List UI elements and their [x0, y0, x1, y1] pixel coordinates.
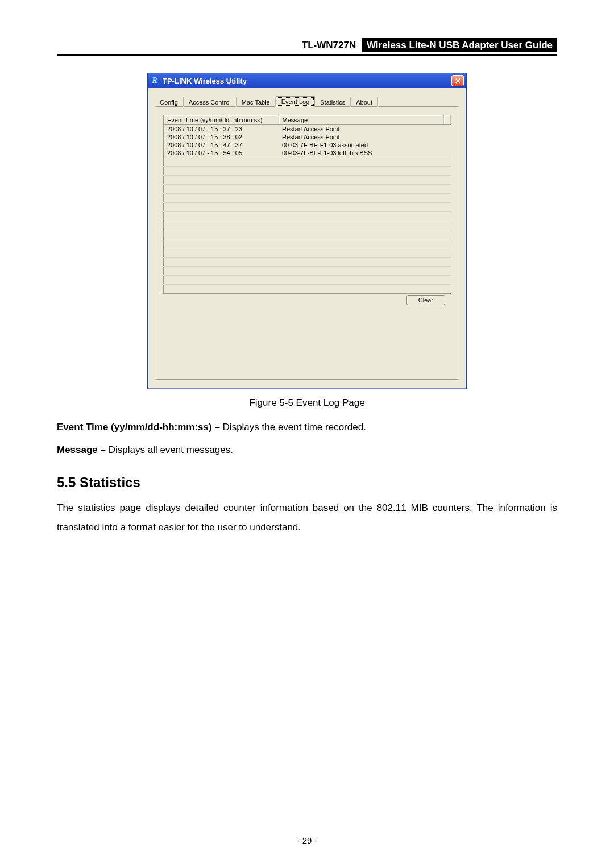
table-row	[164, 167, 451, 176]
para-message-label: Message –	[57, 445, 106, 455]
section-heading: 5.5 Statistics	[57, 475, 557, 491]
cell-time: 2008 / 10 / 07 - 15 : 27 : 23	[164, 125, 279, 134]
table-row	[164, 221, 451, 230]
cell-message: Restart Access Point	[279, 133, 444, 141]
col-header-time[interactable]: Event Time (yy/mm/dd- hh:mm:ss)	[164, 115, 279, 125]
para-message: Message – Displays all event messages.	[57, 441, 557, 460]
table-row	[164, 285, 451, 294]
table-row[interactable]: 2008 / 10 / 07 - 15 : 38 : 02Restart Acc…	[164, 133, 451, 141]
table-row	[164, 194, 451, 203]
window-title: TP-LINK Wireless Utility	[163, 77, 247, 85]
model-number: TL-WN727N	[298, 38, 359, 52]
table-row	[164, 203, 451, 212]
table-row	[164, 258, 451, 267]
tab-mac-table[interactable]: Mac Table	[237, 97, 276, 107]
table-row	[164, 185, 451, 194]
event-log-table: Event Time (yy/mm/dd- hh:mm:ss) Message …	[163, 115, 451, 294]
titlebar: R TP-LINK Wireless Utility ✕	[148, 73, 466, 88]
table-row	[164, 239, 451, 248]
table-row	[164, 176, 451, 185]
col-header-message[interactable]: Message	[279, 115, 444, 125]
app-icon: R	[150, 76, 159, 85]
tab-panel-event-log: Event Time (yy/mm/dd- hh:mm:ss) Message …	[155, 107, 459, 380]
section-body: The statistics page displays detailed co…	[57, 499, 557, 537]
cell-message: 00-03-7F-BE-F1-03 left this BSS	[279, 149, 444, 157]
cell-time: 2008 / 10 / 07 - 15 : 47 : 37	[164, 141, 279, 149]
tab-about[interactable]: About	[351, 97, 378, 107]
cell-time: 2008 / 10 / 07 - 15 : 54 : 05	[164, 149, 279, 157]
tab-access-control[interactable]: Access Control	[184, 97, 237, 107]
close-icon[interactable]: ✕	[451, 75, 464, 86]
tab-config[interactable]: Config	[155, 97, 184, 107]
table-row	[164, 157, 451, 167]
table-row[interactable]: 2008 / 10 / 07 - 15 : 27 : 23Restart Acc…	[164, 125, 451, 134]
figure-wrap: R TP-LINK Wireless Utility ✕ Config Acce…	[57, 73, 557, 409]
tabstrip: Config Access Control Mac Table Event Lo…	[155, 94, 459, 107]
tab-statistics[interactable]: Statistics	[315, 97, 351, 107]
figure-caption: Figure 5-5 Event Log Page	[57, 397, 557, 409]
window-body: Config Access Control Mac Table Event Lo…	[148, 88, 466, 389]
table-row	[164, 267, 451, 276]
table-row	[164, 276, 451, 285]
clear-button[interactable]: Clear	[406, 295, 445, 305]
table-row	[164, 230, 451, 239]
window: R TP-LINK Wireless Utility ✕ Config Acce…	[147, 73, 467, 389]
page-number: - 29 -	[0, 836, 614, 845]
cell-message: Restart Access Point	[279, 125, 444, 134]
table-row	[164, 248, 451, 258]
table-row	[164, 212, 451, 221]
cell-time: 2008 / 10 / 07 - 15 : 38 : 02	[164, 133, 279, 141]
table-row[interactable]: 2008 / 10 / 07 - 15 : 47 : 3700-03-7F-BE…	[164, 141, 451, 149]
table-row[interactable]: 2008 / 10 / 07 - 15 : 54 : 0500-03-7F-BE…	[164, 149, 451, 157]
tab-event-log[interactable]: Event Log	[276, 96, 316, 107]
doc-header: TL-WN727N Wireless Lite-N USB Adapter Us…	[57, 40, 557, 56]
col-header-spacer	[444, 115, 451, 125]
cell-message: 00-03-7F-BE-F1-03 associated	[279, 141, 444, 149]
para-event-time-label: Event Time (yy/mm/dd-hh:mm:ss) –	[57, 422, 220, 433]
doc-title: Wireless Lite-N USB Adapter User Guide	[362, 38, 557, 52]
para-event-time: Event Time (yy/mm/dd-hh:mm:ss) – Display…	[57, 418, 557, 437]
